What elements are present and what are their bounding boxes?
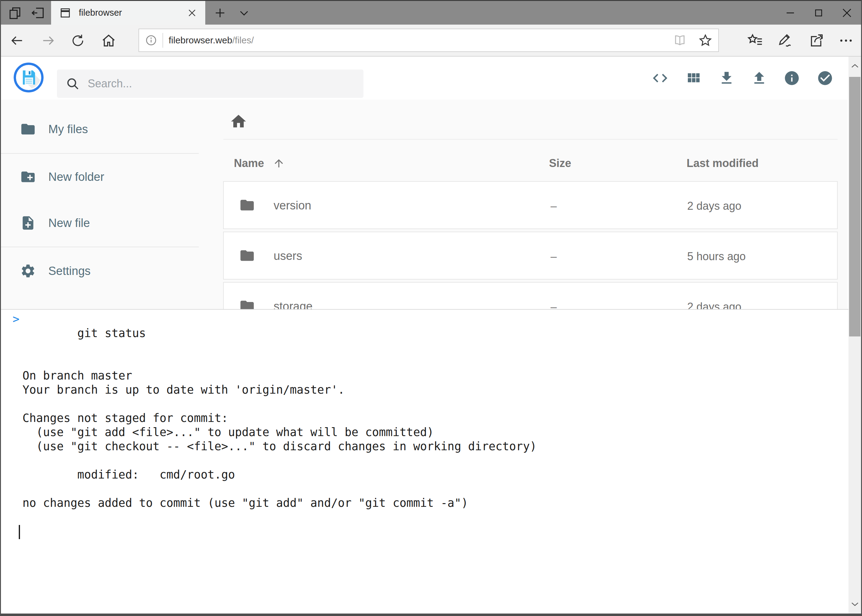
sidebar-item-my-files[interactable]: My files — [1, 117, 199, 141]
sidebar-item-label: Settings — [48, 264, 90, 278]
new-file-icon — [20, 215, 36, 231]
sidebar-item-new-folder[interactable]: New folder — [1, 165, 199, 189]
terminal-output-line: (use "git checkout -- <file>..." to disc… — [1, 440, 848, 454]
folder-icon — [20, 121, 36, 137]
sidebar-item-label: New file — [48, 217, 90, 230]
upload-icon[interactable] — [750, 69, 769, 87]
check-circle-icon[interactable] — [816, 69, 834, 87]
column-header-name[interactable]: Name — [234, 157, 285, 170]
terminal-output-line: no changes added to commit (use "git add… — [1, 496, 848, 510]
tab-list-dropdown-icon[interactable] — [235, 1, 253, 25]
filebrowser-logo[interactable] — [13, 62, 44, 93]
scroll-down-icon[interactable] — [848, 594, 861, 614]
address-bar[interactable]: filebrowser.web/files/ — [139, 28, 719, 52]
folder-icon — [239, 197, 255, 213]
site-info-icon[interactable] — [145, 34, 158, 47]
create-new-folder-icon — [20, 169, 36, 185]
listing-header: Name Size Last modified — [199, 157, 848, 170]
tab-title: filebrowser — [79, 8, 187, 18]
new-tab-button[interactable] — [211, 1, 229, 25]
filebrowser-app: Search... — [1, 57, 861, 614]
scroll-up-icon[interactable] — [848, 57, 861, 75]
sidebar-item-label: New folder — [48, 170, 104, 184]
download-icon[interactable] — [717, 69, 736, 87]
search-placeholder: Search... — [88, 77, 132, 90]
file-modified: 5 hours ago — [687, 250, 746, 263]
url-path: /files/ — [232, 35, 254, 45]
terminal-output-line — [1, 355, 848, 369]
breadcrumb-home-icon[interactable] — [230, 113, 248, 131]
file-size: – — [550, 200, 557, 212]
browser-toolbar: filebrowser.web/files/ — [1, 25, 861, 57]
tab-preview-icon[interactable] — [5, 1, 25, 25]
tab-close-icon[interactable] — [187, 8, 197, 18]
url-divider — [162, 33, 163, 48]
terminal-output-line: On branch master — [1, 369, 848, 383]
terminal-prompt: > — [13, 312, 19, 326]
terminal-panel[interactable]: >git status On branch master Your branch… — [1, 309, 848, 614]
sidebar-item-settings[interactable]: Settings — [1, 259, 199, 283]
window-border-top — [0, 0, 862, 1]
settings-gear-icon — [20, 263, 36, 279]
forward-button[interactable] — [40, 33, 57, 49]
sidebar-item-new-file[interactable]: New file — [1, 211, 199, 235]
terminal-output-line: modified: cmd/root.go — [1, 468, 848, 482]
terminal-output-line: Your branch is up to date with 'origin/m… — [1, 383, 848, 397]
window-controls — [776, 1, 861, 25]
url-host: filebrowser.web — [169, 35, 232, 45]
code-icon[interactable] — [651, 69, 669, 87]
file-row-version[interactable]: version – 2 days ago — [223, 181, 838, 229]
browser-window: filebrowser — [0, 0, 862, 616]
terminal-output-line: Changes not staged for commit: — [1, 411, 848, 425]
file-row-users[interactable]: users – 5 hours ago — [223, 232, 838, 280]
minimize-button[interactable] — [776, 1, 804, 25]
terminal-output-line: (use "git add <file>..." to update what … — [1, 425, 848, 440]
terminal-output-line — [1, 454, 848, 468]
search-input[interactable]: Search... — [57, 69, 364, 98]
search-icon — [66, 77, 80, 91]
home-button[interactable] — [100, 33, 117, 49]
breadcrumb-divider — [224, 139, 838, 140]
maximize-button[interactable] — [804, 1, 833, 25]
sort-ascending-icon — [273, 157, 285, 170]
terminal-output-line — [1, 397, 848, 411]
sidebar-divider — [1, 247, 199, 247]
file-size: – — [550, 250, 557, 263]
file-name: users — [274, 250, 302, 262]
settings-more-icon[interactable] — [837, 32, 855, 49]
file-modified: 2 days ago — [687, 200, 741, 212]
back-button[interactable] — [8, 33, 25, 49]
web-notes-pen-icon[interactable] — [777, 32, 795, 49]
hub-favorites-icon[interactable] — [746, 32, 764, 49]
browser-tab[interactable]: filebrowser — [51, 1, 205, 25]
window-border-left — [0, 0, 1, 616]
terminal-output-line — [1, 510, 848, 524]
terminal-command: git status — [77, 327, 146, 340]
close-window-button[interactable] — [833, 1, 861, 25]
page-scrollbar[interactable] — [848, 57, 861, 614]
tab-bar: filebrowser — [1, 1, 861, 25]
page-icon — [59, 7, 71, 19]
set-tabs-aside-icon[interactable] — [28, 1, 48, 25]
sidebar-item-label: My files — [48, 123, 88, 136]
terminal-output-line — [1, 482, 848, 496]
info-icon[interactable] — [783, 69, 801, 87]
grid-view-icon[interactable] — [684, 69, 703, 87]
reading-view-icon[interactable] — [673, 33, 687, 47]
refresh-button[interactable] — [69, 33, 87, 49]
sidebar-divider — [1, 153, 199, 154]
url-text: filebrowser.web/files/ — [169, 35, 254, 46]
share-icon[interactable] — [807, 32, 826, 49]
file-name: version — [274, 199, 312, 212]
folder-icon — [239, 248, 255, 264]
window-border-bottom — [0, 614, 862, 616]
column-header-size[interactable]: Size — [549, 157, 571, 170]
terminal-cursor — [1, 524, 848, 539]
terminal-command-line: >git status — [1, 312, 848, 355]
favorite-star-icon[interactable] — [698, 33, 713, 48]
column-header-modified[interactable]: Last modified — [687, 157, 759, 170]
app-header: Search... — [1, 57, 848, 100]
scrollbar-thumb[interactable] — [849, 77, 860, 336]
